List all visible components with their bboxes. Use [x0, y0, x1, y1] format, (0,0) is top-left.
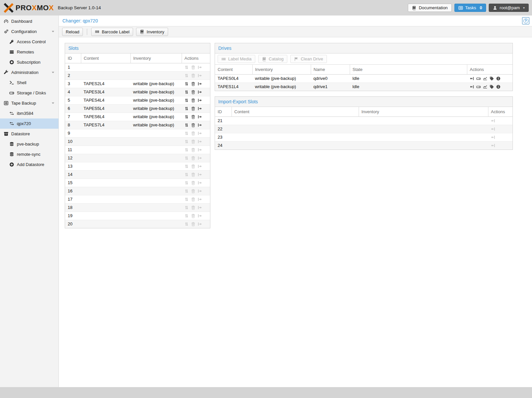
trash-icon[interactable]	[191, 90, 195, 94]
sidebar-item-dashboard[interactable]: Dashboard	[0, 16, 58, 26]
column-header-inventory[interactable]: Inventory	[130, 53, 182, 63]
sidebar-item-datastore[interactable]: Datastore	[0, 129, 58, 139]
export-icon[interactable]	[197, 123, 202, 127]
hdd-icon[interactable]	[476, 76, 481, 81]
cell-inventory: writable (pve-backup)	[252, 83, 311, 91]
slots-row-15[interactable]: 15	[65, 179, 210, 187]
logo-wordmark: PROXMOX	[16, 4, 54, 12]
cell-actions	[488, 125, 513, 133]
import-icon[interactable]	[470, 84, 474, 89]
sidebar-item-qpx720[interactable]: qpx720	[0, 118, 58, 129]
sidebar-item-access-control[interactable]: Access Control	[0, 37, 58, 47]
export-icon[interactable]	[197, 90, 202, 94]
slots-row-20[interactable]: 20	[65, 220, 210, 228]
sidebar-item-pve-backup[interactable]: pve-backup	[0, 139, 58, 149]
import-export-row-21[interactable]: 21	[215, 116, 513, 125]
sidebar-item-shell[interactable]: Shell	[0, 78, 58, 88]
barcode-label-button[interactable]: Barcode Label	[91, 28, 133, 36]
import-export-row-23[interactable]: 23	[215, 133, 513, 141]
slots-row-17[interactable]: 17	[65, 195, 210, 203]
cell-content	[81, 129, 130, 137]
slots-row-18[interactable]: 18	[65, 203, 210, 212]
trash-icon[interactable]	[191, 82, 195, 86]
export-icon[interactable]	[197, 98, 202, 103]
column-header-content[interactable]: Content	[215, 65, 252, 74]
import-export-row-22[interactable]: 22	[215, 125, 513, 133]
column-header-id[interactable]: ID	[65, 53, 81, 63]
slots-row-7[interactable]: 7TAPES6L4writable (pve-backup)	[65, 113, 210, 121]
reload-button[interactable]: Reload	[62, 28, 83, 36]
chart-icon[interactable]	[483, 84, 487, 89]
column-header-content[interactable]: Content	[81, 53, 130, 63]
cell-inventory	[130, 63, 182, 71]
slots-row-9[interactable]: 9	[65, 129, 210, 137]
import-export-row-24[interactable]: 24	[215, 141, 513, 149]
documentation-button[interactable]: Documentation	[408, 4, 451, 12]
user-menu-button[interactable]: root@pam ▾	[489, 4, 529, 12]
sidebar-item-tape-backup[interactable]: Tape Backup	[0, 98, 58, 108]
sidebar-item-storage-disks[interactable]: Storage / Disks	[0, 88, 58, 98]
sidebar-item-add-datastore[interactable]: Add Datastore	[0, 159, 58, 170]
tag-icon[interactable]	[489, 84, 494, 89]
sidebar-item-remote-sync[interactable]: remote-sync	[0, 149, 58, 159]
import-icon[interactable]	[470, 76, 474, 81]
sidebar-item-subscription[interactable]: Subscription	[0, 57, 58, 67]
transfer-icon[interactable]	[184, 90, 189, 94]
sidebar-item-configuration[interactable]: Configuration	[0, 26, 58, 37]
slots-row-3[interactable]: 3TAPES2L4writable (pve-backup)	[65, 80, 210, 88]
column-header-inventory[interactable]: Inventory	[252, 65, 311, 74]
hdd-icon[interactable]	[476, 84, 481, 89]
transfer-icon[interactable]	[184, 106, 189, 111]
slots-row-8[interactable]: 8TAPES7L4writable (pve-backup)	[65, 121, 210, 129]
transfer-icon[interactable]	[184, 115, 189, 119]
column-header-actions[interactable]: Actions	[488, 107, 513, 116]
column-header-inventory[interactable]: Inventory	[359, 107, 488, 116]
archive-icon	[4, 131, 9, 136]
slots-row-13[interactable]: 13	[65, 162, 210, 170]
inventory-button[interactable]: Inventory	[136, 28, 168, 36]
slots-row-1[interactable]: 1	[65, 63, 210, 71]
tasks-button[interactable]: Tasks 0	[454, 4, 486, 12]
column-header-id[interactable]: ID	[215, 107, 231, 116]
slots-row-2[interactable]: 2	[65, 71, 210, 80]
slots-row-4[interactable]: 4TAPES3L4writable (pve-backup)	[65, 88, 210, 96]
drive-row-qdrive1[interactable]: TAPES1L4writable (pve-backup)qdrive1Idle	[215, 83, 513, 91]
column-header-content[interactable]: Content	[231, 107, 359, 116]
transfer-icon[interactable]	[184, 82, 189, 86]
chart-icon[interactable]	[483, 76, 487, 81]
sidebar-item-ibm3584[interactable]: ibm3584	[0, 108, 58, 118]
slots-row-12[interactable]: 12	[65, 154, 210, 162]
export-icon[interactable]	[197, 115, 202, 119]
trash-icon[interactable]	[191, 106, 195, 111]
slots-row-5[interactable]: 5TAPES4L4writable (pve-backup)	[65, 96, 210, 104]
slots-row-6[interactable]: 6TAPES5L4writable (pve-backup)	[65, 104, 210, 113]
trash-icon[interactable]	[191, 115, 195, 119]
column-header-actions[interactable]: Actions	[182, 53, 210, 63]
info-icon[interactable]	[496, 76, 501, 81]
user-label: root@pam	[500, 5, 520, 10]
transfer-icon[interactable]	[184, 123, 189, 127]
slots-row-14[interactable]: 14	[65, 170, 210, 179]
column-header-state[interactable]: State	[350, 65, 467, 74]
column-header-name[interactable]: Name	[311, 65, 350, 74]
help-button[interactable]: ?	[522, 17, 529, 24]
sidebar-item-remotes[interactable]: Remotes	[0, 47, 58, 57]
sidebar-item-administration[interactable]: Administration	[0, 67, 58, 78]
cell-state: Idle	[350, 83, 467, 91]
export-icon[interactable]	[197, 82, 202, 86]
tag-icon[interactable]	[489, 76, 494, 81]
export-icon[interactable]	[197, 106, 202, 111]
export-icon	[197, 131, 202, 136]
export-icon	[197, 214, 202, 218]
slots-row-11[interactable]: 11	[65, 146, 210, 154]
cell-content: TAPES3L4	[81, 88, 130, 96]
slots-row-19[interactable]: 19	[65, 212, 210, 220]
slots-row-10[interactable]: 10	[65, 137, 210, 146]
drive-row-qdrive0[interactable]: TAPES0L4writable (pve-backup)qdrive0Idle	[215, 74, 513, 83]
trash-icon[interactable]	[191, 98, 195, 103]
transfer-icon[interactable]	[184, 98, 189, 103]
trash-icon[interactable]	[191, 123, 195, 127]
info-icon[interactable]	[496, 84, 501, 89]
column-header-actions[interactable]: Actions	[467, 65, 513, 74]
slots-row-16[interactable]: 16	[65, 187, 210, 195]
